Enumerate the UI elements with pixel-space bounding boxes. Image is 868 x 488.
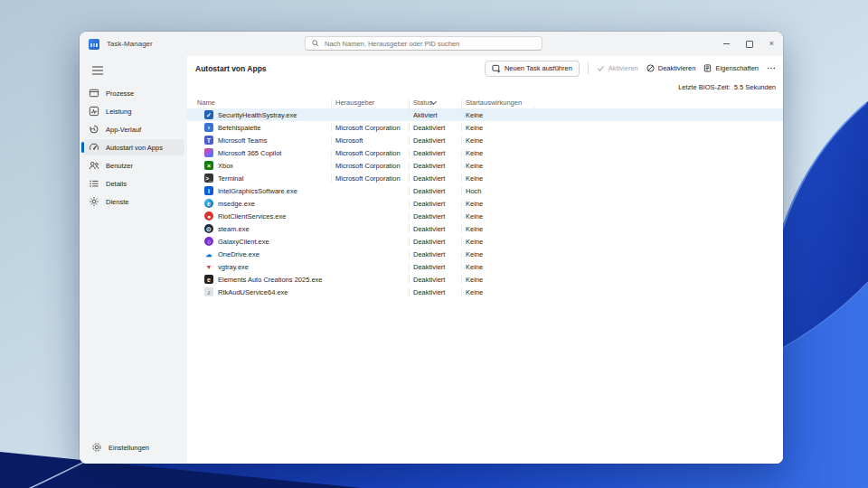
navigation-menu-button[interactable] [88, 62, 108, 79]
sidebar-item-einstellungen[interactable]: Einstellungen [85, 439, 182, 455]
app-startup-impact: Keine [461, 162, 533, 170]
startup-app-row[interactable]: × Xbox Microsoft Corporation Deaktiviert… [187, 159, 783, 172]
startup-app-row[interactable]: i IntelGraphicsSoftware.exe Deaktiviert … [187, 184, 783, 197]
table-empty-area [187, 298, 783, 464]
app-publisher: Microsoft Corporation [331, 149, 409, 157]
intel-graphics-icon: i [204, 186, 213, 195]
startup-app-row[interactable]: e Elements Auto Creations 2025.exe Deakt… [187, 273, 783, 286]
startup-app-row[interactable]: › Befehlspalette Microsoft Corporation D… [187, 121, 783, 134]
minimize-icon [723, 43, 730, 44]
app-status: Deaktiviert [409, 263, 461, 271]
more-options-button[interactable] [767, 64, 776, 72]
app-status: Deaktiviert [409, 212, 461, 221]
services-gear-icon [89, 196, 99, 207]
sidebar-item-prozesse[interactable]: Prozesse [82, 85, 184, 101]
app-name: SecurityHealthSystray.exe [218, 111, 297, 119]
app-name: Xbox [218, 162, 233, 170]
task-manager-window: Task-Manager × [80, 32, 783, 464]
app-publisher: Microsoft [331, 136, 409, 145]
app-startup-impact: Keine [461, 111, 533, 119]
bios-time-value: 5.5 Sekunden [734, 83, 776, 91]
startup-app-row[interactable]: ☁ OneDrive.exe Deaktiviert Keine [187, 248, 783, 260]
main-panel: Autostart von Apps Neuen Task ausführen … [187, 56, 783, 464]
app-status: Deaktiviert [409, 250, 461, 258]
startup-app-row[interactable]: Microsoft 365 Copilot Microsoft Corporat… [187, 146, 783, 159]
app-startup-impact: Keine [461, 276, 533, 284]
app-status: Deaktiviert [409, 136, 461, 145]
app-name: OneDrive.exe [218, 250, 259, 258]
sidebar-item-autostart-von-apps[interactable]: Autostart von Apps [82, 139, 184, 155]
minimize-button[interactable] [715, 32, 738, 56]
app-name: RtkAudUService64.exe [218, 288, 288, 296]
startup-app-row[interactable]: T Microsoft Teams Microsoft Deaktiviert … [187, 134, 783, 146]
app-startup-impact: Keine [461, 263, 533, 271]
riot-client-icon: ● [204, 211, 213, 221]
maximize-button[interactable] [738, 32, 760, 56]
close-button[interactable]: × [760, 32, 783, 56]
app-status: Deaktiviert [409, 124, 461, 132]
app-status: Deaktiviert [409, 238, 461, 246]
app-status: Deaktiviert [409, 288, 461, 296]
app-startup-impact: Keine [461, 225, 533, 233]
column-header-startauswirkungen[interactable]: Startauswirkungen [461, 99, 533, 108]
properties-button[interactable]: Eigenschaften [703, 64, 759, 72]
sidebar-item-app-verlauf[interactable]: App-Verlauf [82, 121, 184, 137]
column-header-filler [533, 107, 783, 108]
enable-button[interactable]: Aktivieren [597, 64, 638, 72]
bios-time-label: Letzte BIOS-Zeit: [678, 83, 731, 91]
column-header-status[interactable]: Status [409, 99, 461, 108]
hamburger-icon [92, 66, 103, 75]
startup-app-row[interactable]: ● RiotClientServices.exe Deaktiviert Kei… [187, 210, 783, 222]
app-startup-impact: Keine [461, 136, 533, 145]
onedrive-icon: ☁ [204, 249, 213, 258]
startup-app-row[interactable]: ⊙ steam.exe Deaktiviert Keine [187, 222, 783, 235]
app-name: GalaxyClient.exe [218, 238, 269, 246]
app-startup-impact: Keine [461, 212, 533, 221]
startup-app-row[interactable]: ♪ RtkAudUService64.exe Deaktiviert Keine [187, 286, 783, 298]
disable-button[interactable]: Deaktivieren [646, 64, 696, 72]
bios-time: Letzte BIOS-Zeit: 5.5 Sekunden [187, 80, 783, 94]
processes-icon [89, 88, 99, 99]
sidebar-item-label: Einstellungen [108, 444, 149, 452]
settings-gear-icon [91, 442, 102, 453]
more-ellipsis-icon [767, 64, 776, 72]
app-name: Microsoft 365 Copilot [218, 149, 281, 157]
command-palette-icon: › [204, 123, 213, 132]
startup-apps-icon [89, 142, 99, 153]
sidebar-item-leistung[interactable]: Leistung [82, 103, 184, 119]
search-box[interactable] [305, 36, 542, 51]
column-header-herausgeber[interactable]: Herausgeber [331, 99, 409, 108]
app-status: Deaktiviert [409, 225, 461, 233]
toolbar-divider [588, 62, 589, 74]
app-startup-impact: Keine [461, 124, 533, 132]
history-icon [89, 124, 99, 135]
enable-check-icon [597, 64, 605, 72]
table-body: ✓ SecurityHealthSystray.exe Aktiviert Ke… [187, 108, 783, 298]
startup-app-row[interactable]: ▼ vgtray.exe Deaktiviert Keine [187, 260, 783, 273]
startup-app-row[interactable]: ○ GalaxyClient.exe Deaktiviert Keine [187, 235, 783, 248]
app-publisher: Microsoft Corporation [331, 174, 409, 183]
app-startup-impact: Keine [461, 174, 533, 183]
app-name: Elements Auto Creations 2025.exe [218, 276, 323, 284]
app-name: RiotClientServices.exe [218, 212, 286, 221]
startup-app-row[interactable]: e msedge.exe Deaktiviert Keine [187, 197, 783, 210]
app-name: Terminal [218, 174, 243, 183]
app-name: steam.exe [218, 225, 250, 233]
sidebar-item-label: Details [106, 180, 127, 188]
copilot-icon [204, 148, 213, 157]
startup-app-row[interactable]: ✓ SecurityHealthSystray.exe Aktiviert Ke… [187, 108, 783, 121]
sidebar-item-benutzer[interactable]: Benutzer [82, 157, 184, 174]
search-input[interactable] [325, 40, 535, 48]
performance-icon [89, 106, 99, 117]
sidebar-item-details[interactable]: Details [82, 175, 184, 192]
run-new-task-button[interactable]: Neuen Task ausführen [485, 61, 580, 77]
sidebar-item-label: Benutzer [106, 162, 133, 170]
toolbar: Neuen Task ausführen Aktivieren Deaktiv [485, 61, 776, 77]
app-status: Aktiviert [409, 111, 461, 119]
realtek-audio-icon: ♪ [204, 287, 213, 296]
column-header-name[interactable]: Name [187, 99, 331, 108]
window-controls: × [715, 32, 783, 56]
properties-document-icon [703, 64, 712, 72]
startup-app-row[interactable]: >_ Terminal Microsoft Corporation Deakti… [187, 172, 783, 184]
sidebar-item-dienste[interactable]: Dienste [82, 193, 184, 210]
